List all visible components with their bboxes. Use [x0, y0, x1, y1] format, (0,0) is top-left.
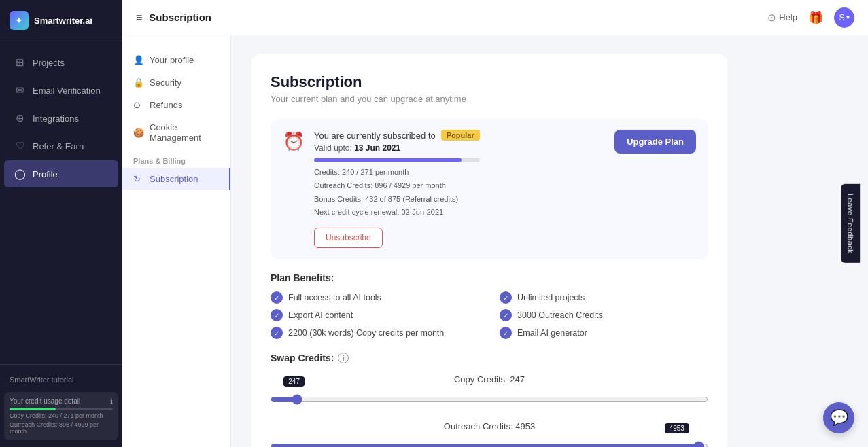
page-title: Subscription	[149, 12, 211, 23]
bonus-credits-label: Bonus Credits: 432 of 875 (Referral cred…	[314, 193, 480, 207]
main-area: ≡ Subscription ⊙ Help 🎁 S ▾ 👤 Your profi…	[122, 0, 868, 447]
swap-credits-info-icon[interactable]: i	[338, 353, 349, 363]
benefit-label-1: Unlimited projects	[517, 293, 585, 302]
integrations-icon: ⊕	[14, 112, 26, 124]
sidebar-item-label: Email Verification	[33, 86, 101, 96]
settings-nav-refunds[interactable]: ⊙ Refunds	[122, 94, 230, 116]
sidebar-item-email-verification[interactable]: ✉ Email Verification	[4, 77, 118, 104]
logo-icon: ✦	[10, 11, 29, 30]
benefit-label-3: 3000 Outreach Credits	[517, 310, 603, 320]
outreach-credits-text: Outreach Credits: 896 / 4929 per month	[10, 421, 113, 435]
benefit-check-2: ✓	[271, 309, 283, 321]
sidebar-item-label: Profile	[33, 169, 58, 179]
benefit-item-1: ✓ Unlimited projects	[500, 291, 708, 304]
outreach-credits-slider[interactable]	[271, 441, 708, 447]
plan-icon: ⏰	[283, 131, 305, 152]
settings-nav-label: Your profile	[150, 55, 194, 65]
outreach-credits-swap-label: Outreach Credits: 4953	[271, 421, 708, 431]
settings-nav-label: Cookie Management	[150, 122, 220, 143]
profile-icon: ◯	[14, 168, 26, 180]
benefit-item-2: ✓ Export AI content	[271, 309, 479, 321]
credit-bar-wrap	[10, 408, 113, 410]
settings-nav-cookie-management[interactable]: 🍪 Cookie Management	[122, 116, 230, 149]
benefit-item-4: ✓ 2200 (30k words) Copy credits per mont…	[271, 327, 479, 339]
sidebar-item-label: Integrations	[33, 113, 79, 124]
benefit-check-5: ✓	[500, 327, 512, 339]
settings-nav-label: Refunds	[150, 100, 182, 110]
benefit-check-0: ✓	[271, 291, 283, 304]
credit-usage-label: Your credit usage detail	[10, 397, 80, 405]
logo-text: Smartwriter.ai	[34, 16, 92, 26]
credit-usage-card: Your credit usage detail ℹ Copy Credits:…	[4, 392, 118, 440]
plan-benefits-title: Plan Benefits:	[271, 272, 708, 283]
benefit-item-3: ✓ 3000 Outreach Credits	[500, 309, 708, 321]
topbar: ≡ Subscription ⊙ Help 🎁 S ▾	[122, 0, 868, 35]
plans-billing-label: Plans & Billing	[122, 149, 230, 168]
help-button[interactable]: ⊙ Help	[767, 12, 797, 24]
outreach-slider-bubble: 4953	[665, 423, 689, 433]
credit-usage-header: Your credit usage detail ℹ	[10, 397, 113, 405]
sidebar-item-refer-earn[interactable]: ♡ Refer & Earn	[4, 132, 118, 160]
outreach-credits-slider-container: 4953	[271, 441, 708, 447]
sidebar-item-profile[interactable]: ◯ Profile	[4, 160, 118, 187]
benefit-label-0: Full access to all AI tools	[288, 293, 381, 302]
chat-button[interactable]: 💬	[823, 402, 854, 433]
copy-slider-bubble: 247	[283, 376, 305, 387]
popular-badge: Popular	[441, 130, 480, 141]
benefit-item-0: ✓ Full access to all AI tools	[271, 291, 479, 304]
settings-nav-security[interactable]: 🔒 Security	[122, 71, 230, 94]
refunds-icon: ⊙	[133, 100, 144, 110]
email-verification-icon: ✉	[14, 84, 26, 96]
copy-credits-slider[interactable]	[271, 394, 708, 405]
plan-status-line: You are currently subscribed to Popular	[314, 130, 480, 141]
credit-info-icon[interactable]: ℹ	[110, 397, 113, 405]
benefit-label-4: 2200 (30k words) Copy credits per month	[288, 328, 444, 338]
sidebar-bottom: SmartWriter tutorial Your credit usage d…	[0, 364, 122, 447]
next-cycle-label: Next credit cycle renewal: 02-Jun-2021	[314, 206, 480, 219]
benefit-label-2: Export AI content	[288, 310, 353, 320]
sidebar-item-label: Refer & Earn	[33, 141, 84, 151]
help-circle-icon: ⊙	[767, 12, 776, 24]
hamburger-icon[interactable]: ≡	[136, 12, 142, 24]
plan-details: You are currently subscribed to Popular …	[314, 130, 480, 248]
gift-icon[interactable]: 🎁	[808, 10, 823, 25]
topbar-right: ⊙ Help 🎁 S ▾	[767, 7, 854, 28]
subscription-main: Subscription Your current plan and you c…	[231, 35, 868, 447]
swap-credits-title: Swap Credits: i	[271, 353, 708, 363]
copy-credits-swap-label: Copy Credits: 247	[271, 374, 708, 385]
settings-nav-subscription[interactable]: ↻ Subscription	[122, 168, 230, 190]
credit-progress-fill	[314, 158, 462, 162]
benefit-item-5: ✓ Email AI generator	[500, 327, 708, 339]
topbar-left: ≡ Subscription	[136, 12, 211, 24]
benefits-grid: ✓ Full access to all AI tools ✓ Unlimite…	[271, 291, 708, 339]
sidebar-item-integrations[interactable]: ⊕ Integrations	[4, 105, 118, 132]
chat-icon: 💬	[830, 409, 848, 427]
subscription-icon: ↻	[133, 174, 144, 184]
benefit-check-4: ✓	[271, 327, 283, 339]
avatar[interactable]: S ▾	[834, 7, 854, 28]
feedback-tab[interactable]: Leave Feedback	[841, 184, 860, 263]
credit-bar	[10, 408, 56, 410]
cookie-icon: 🍪	[133, 128, 144, 138]
sidebar: ✦ Smartwriter.ai ⊞ Projects ✉ Email Veri…	[0, 0, 122, 447]
your-profile-icon: 👤	[133, 55, 144, 65]
subscribed-text: You are currently subscribed to	[314, 130, 436, 141]
sidebar-item-projects[interactable]: ⊞ Projects	[4, 49, 118, 76]
subscription-subtitle: Your current plan and you can upgrade at…	[271, 94, 708, 104]
sidebar-nav: ⊞ Projects ✉ Email Verification ⊕ Integr…	[0, 41, 122, 364]
benefit-check-1: ✓	[500, 291, 512, 304]
benefit-label-5: Email AI generator	[517, 328, 587, 338]
smartwriter-tutorial[interactable]: SmartWriter tutorial	[4, 372, 118, 388]
settings-nav-your-profile[interactable]: 👤 Your profile	[122, 49, 230, 71]
current-plan-section: ⏰ You are currently subscribed to Popula…	[271, 119, 708, 259]
projects-icon: ⊞	[14, 56, 26, 69]
unsubscribe-button[interactable]: Unsubscribe	[314, 228, 383, 248]
upgrade-plan-button[interactable]: Upgrade Plan	[614, 130, 696, 154]
credit-progress-bar	[314, 158, 480, 162]
avatar-chevron: ▾	[846, 14, 850, 21]
subscription-title: Subscription	[271, 73, 708, 91]
outreach-credits-label: Outreach Credits: 896 / 4929 per month	[314, 179, 480, 193]
copy-credits-slider-container: 247	[271, 394, 708, 408]
sidebar-logo: ✦ Smartwriter.ai	[0, 0, 122, 41]
plan-credits-info: Credits: 240 / 271 per month Outreach Cr…	[314, 166, 480, 219]
